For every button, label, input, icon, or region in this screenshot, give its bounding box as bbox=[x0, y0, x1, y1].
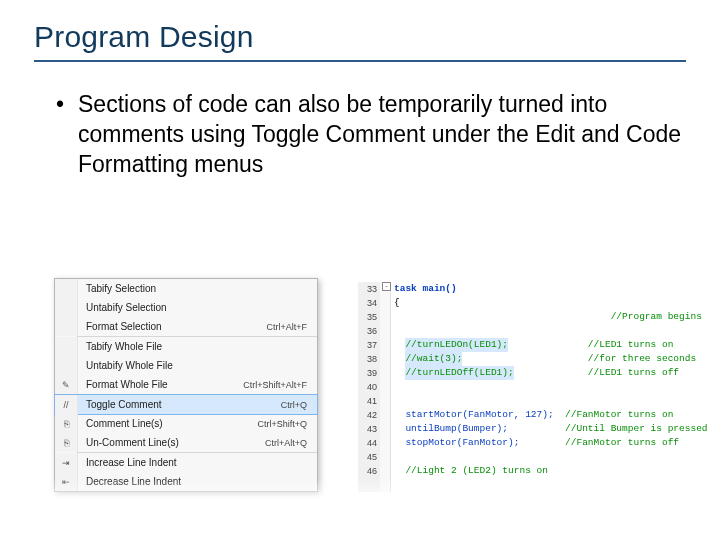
menu-item-tabify-whole-file[interactable]: Tabify Whole File bbox=[55, 337, 317, 356]
line-number: 42 bbox=[358, 408, 380, 422]
menu-item-increase-line-indent[interactable]: ⇥Increase Line Indent bbox=[55, 453, 317, 472]
fold-margin bbox=[380, 282, 391, 492]
menu-item-label: Tabify Selection bbox=[78, 283, 307, 294]
menu-item-icon: ⎘ bbox=[55, 433, 78, 452]
menu-item-comment-line-s-[interactable]: ⎘Comment Line(s)Ctrl+Shift+Q bbox=[55, 414, 317, 433]
menu-item-shortcut: Ctrl+Alt+F bbox=[266, 322, 311, 332]
bullet-1: Sections of code can also be temporarily… bbox=[56, 90, 686, 180]
code-line: task main() bbox=[394, 282, 708, 296]
code-line: //Program begins bbox=[394, 310, 708, 324]
code-line bbox=[394, 380, 708, 394]
slide-title: Program Design bbox=[34, 20, 686, 54]
menu-item-tabify-selection[interactable]: Tabify Selection bbox=[55, 279, 317, 298]
fold-box-icon: - bbox=[382, 282, 391, 291]
menu-item-icon: ⎘ bbox=[55, 414, 78, 433]
screenshot-area: Tabify SelectionUntabify SelectionFormat… bbox=[34, 278, 686, 508]
menu-item-icon: // bbox=[55, 395, 78, 414]
code-line: //turnLEDOff(LED1); //LED1 turns off bbox=[394, 366, 708, 380]
line-number: 45 bbox=[358, 450, 380, 464]
menu-item-shortcut: Ctrl+Shift+Q bbox=[257, 419, 311, 429]
code-area: task main(){ //Program begins //turnLEDO… bbox=[394, 282, 708, 478]
code-line: //Light 2 (LED2) turns on bbox=[394, 464, 708, 478]
line-number: 44 bbox=[358, 436, 380, 450]
menu-item-label: Tabify Whole File bbox=[78, 341, 307, 352]
menu-item-label: Untabify Whole File bbox=[78, 360, 307, 371]
menu-item-icon: ✎ bbox=[55, 375, 78, 394]
line-number: 41 bbox=[358, 394, 380, 408]
menu-item-icon bbox=[55, 279, 78, 298]
menu-item-icon bbox=[55, 298, 78, 317]
line-number: 34 bbox=[358, 296, 380, 310]
menu-item-icon bbox=[55, 317, 78, 336]
menu-item-label: Un-Comment Line(s) bbox=[78, 437, 265, 448]
line-number: 43 bbox=[358, 422, 380, 436]
code-line bbox=[394, 394, 708, 408]
menu-item-untabify-selection[interactable]: Untabify Selection bbox=[55, 298, 317, 317]
menu-item-label: Increase Line Indent bbox=[78, 457, 307, 468]
code-line bbox=[394, 450, 708, 464]
line-number: 46 bbox=[358, 464, 380, 478]
fade-overlay bbox=[34, 478, 686, 508]
code-line: { bbox=[394, 296, 708, 310]
line-number: 38 bbox=[358, 352, 380, 366]
line-number: 36 bbox=[358, 324, 380, 338]
line-number: 37 bbox=[358, 338, 380, 352]
context-menu: Tabify SelectionUntabify SelectionFormat… bbox=[54, 278, 318, 492]
menu-item-shortcut: Ctrl+Alt+Q bbox=[265, 438, 311, 448]
menu-item-label: Toggle Comment bbox=[78, 399, 281, 410]
line-number: 39 bbox=[358, 366, 380, 380]
menu-item-icon bbox=[55, 356, 78, 375]
code-line: startMotor(FanMotor, 127); //FanMotor tu… bbox=[394, 408, 708, 422]
menu-item-icon: ⇥ bbox=[55, 453, 78, 472]
menu-item-un-comment-line-s-[interactable]: ⎘Un-Comment Line(s)Ctrl+Alt+Q bbox=[55, 433, 317, 452]
code-line: untilBump(Bumper); //Until Bumper is pre… bbox=[394, 422, 708, 436]
menu-item-icon bbox=[55, 337, 78, 356]
menu-item-label: Format Whole File bbox=[78, 379, 243, 390]
line-gutter: 3334353637383940414243444546 bbox=[358, 282, 381, 492]
menu-item-label: Untabify Selection bbox=[78, 302, 307, 313]
code-line: stopMotor(FanMotor); //FanMotor turns of… bbox=[394, 436, 708, 450]
menu-item-label: Comment Line(s) bbox=[78, 418, 257, 429]
line-number: 40 bbox=[358, 380, 380, 394]
menu-item-untabify-whole-file[interactable]: Untabify Whole File bbox=[55, 356, 317, 375]
line-number: 33 bbox=[358, 282, 380, 296]
menu-item-format-selection[interactable]: Format SelectionCtrl+Alt+F bbox=[55, 317, 317, 336]
menu-item-toggle-comment[interactable]: //Toggle CommentCtrl+Q bbox=[54, 394, 318, 415]
line-number: 35 bbox=[358, 310, 380, 324]
code-line: //wait(3); //for three seconds bbox=[394, 352, 708, 366]
menu-item-shortcut: Ctrl+Shift+Alt+F bbox=[243, 380, 311, 390]
menu-item-label: Format Selection bbox=[78, 321, 266, 332]
menu-item-format-whole-file[interactable]: ✎Format Whole FileCtrl+Shift+Alt+F bbox=[55, 375, 317, 394]
code-line: //turnLEDOn(LED1); //LED1 turns on bbox=[394, 338, 708, 352]
title-rule bbox=[34, 60, 686, 62]
menu-item-shortcut: Ctrl+Q bbox=[281, 400, 311, 410]
code-line bbox=[394, 324, 708, 338]
